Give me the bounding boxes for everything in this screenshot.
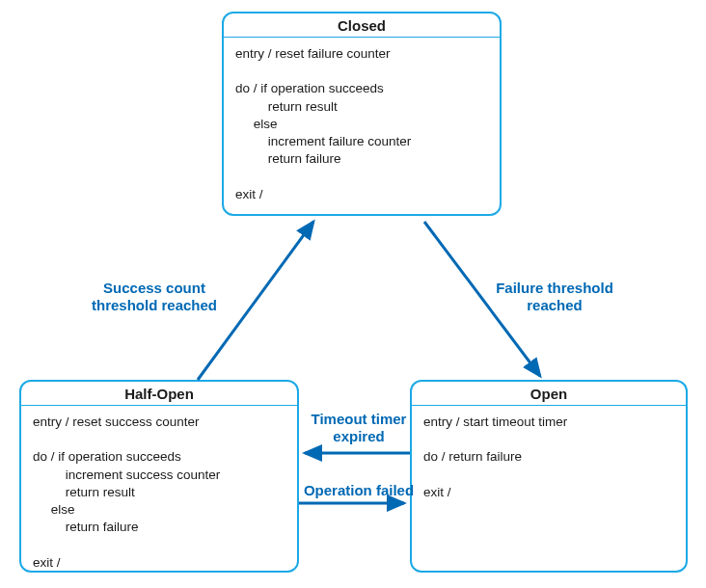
transition-operation-failed-label: Operation failed (301, 482, 417, 499)
state-closed: Closed entry / reset failure counter do … (222, 12, 502, 216)
state-open-body: entry / start timeout timer do / return … (412, 406, 686, 509)
state-halfopen-body: entry / reset success counter do / if op… (21, 406, 297, 579)
state-open-title: Open (412, 382, 686, 406)
transition-failure-threshold-label: Failure threshold reached (482, 280, 627, 314)
transition-timeout-expired-label: Timeout timer expired (306, 411, 412, 445)
state-open: Open entry / start timeout timer do / re… (410, 380, 688, 573)
state-halfopen-title: Half-Open (21, 382, 297, 406)
transition-success-count-label: Success count threshold reached (82, 280, 227, 314)
state-closed-title: Closed (224, 13, 500, 38)
state-halfopen: Half-Open entry / reset success counter … (19, 380, 299, 573)
state-closed-body: entry / reset failure counter do / if op… (224, 38, 500, 211)
